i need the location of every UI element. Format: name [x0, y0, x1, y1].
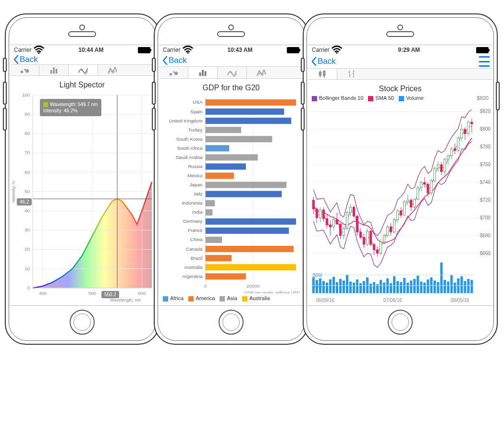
status-bar: Carrier 9:29 AM	[308, 45, 492, 55]
scatter-icon	[168, 67, 179, 78]
svg-text:60: 60	[25, 169, 30, 175]
svg-text:30: 30	[25, 227, 30, 232]
svg-text:South Korea: South Korea	[176, 136, 203, 142]
home-button[interactable]	[388, 310, 413, 335]
svg-rect-229	[346, 275, 348, 293]
svg-text:Italy: Italy	[194, 191, 202, 196]
svg-text:Saudi Arabia: Saudi Arabia	[176, 155, 203, 160]
svg-rect-228	[343, 280, 345, 293]
svg-rect-234	[363, 281, 365, 293]
tab-bar[interactable]	[188, 67, 218, 78]
menu-button[interactable]	[479, 55, 490, 68]
chart-title: Stock Prices	[308, 82, 492, 94]
svg-rect-144	[346, 212, 348, 228]
svg-text:0: 0	[27, 285, 30, 290]
svg-text:$720: $720	[480, 197, 491, 202]
svg-text:$800: $800	[480, 126, 491, 132]
svg-text:$660: $660	[480, 250, 491, 255]
back-button[interactable]: Back	[311, 57, 336, 66]
svg-text:$760: $760	[480, 162, 491, 167]
svg-rect-194	[430, 181, 432, 193]
svg-text:500: 500	[88, 290, 97, 296]
svg-rect-64	[205, 155, 258, 161]
svg-rect-140	[339, 224, 341, 235]
svg-text:07/08/16: 07/08/16	[383, 297, 402, 302]
svg-text:40: 40	[25, 208, 30, 213]
svg-rect-231	[353, 282, 355, 293]
svg-rect-192	[427, 184, 429, 193]
gdp-chart[interactable]: 020000USASpainUnited KingdomTurkeySouth …	[159, 93, 303, 293]
back-button[interactable]: Back	[162, 56, 187, 65]
legend-item: $820	[477, 95, 489, 101]
svg-rect-128	[319, 210, 321, 218]
svg-rect-202	[444, 159, 446, 171]
svg-rect-225	[332, 277, 335, 293]
svg-rect-200	[441, 165, 443, 172]
svg-rect-210	[457, 138, 459, 150]
tab-scatter[interactable]	[159, 67, 188, 78]
svg-rect-255	[433, 280, 436, 293]
status-bar: Carrier 10:43 AM	[159, 45, 303, 55]
clock: 9:29 AM	[398, 47, 420, 53]
tab-bar[interactable]	[39, 65, 69, 75]
svg-rect-158	[369, 231, 371, 244]
chart-type-tabs	[10, 65, 154, 76]
tab-candlestick[interactable]	[308, 69, 337, 79]
svg-text:India: India	[192, 209, 203, 215]
battery-icon	[287, 47, 299, 53]
svg-point-3	[25, 69, 29, 73]
stock-chart[interactable]: $660$680$700$720$740$760$780$800$820$6M$…	[308, 104, 492, 306]
svg-rect-68	[205, 173, 234, 179]
tab-scatter[interactable]	[10, 65, 39, 75]
svg-rect-164	[380, 242, 382, 253]
indicator-icon	[346, 69, 357, 79]
svg-rect-154	[363, 237, 365, 244]
svg-rect-4	[50, 70, 52, 73]
back-button[interactable]: Back	[13, 55, 38, 64]
svg-rect-74	[205, 200, 215, 206]
svg-rect-46	[202, 70, 204, 76]
svg-text:Intensity, %: Intensity, %	[11, 181, 16, 203]
svg-rect-82	[205, 237, 222, 243]
home-button[interactable]	[219, 310, 244, 335]
svg-rect-184	[414, 199, 416, 207]
light-spector-chart[interactable]: 0102030405060708090100400500600Intensity…	[10, 90, 154, 305]
tab-indicator[interactable]	[337, 69, 366, 79]
svg-rect-168	[387, 227, 389, 235]
clock: 10:44 AM	[78, 47, 103, 53]
svg-rect-243	[393, 276, 395, 293]
svg-text:China: China	[190, 237, 203, 242]
svg-rect-60	[205, 136, 272, 142]
back-label: Back	[169, 56, 187, 65]
chart-tooltip: Wavelength: 549.7 nm Intensity: 46.2%	[40, 99, 101, 116]
svg-rect-212	[461, 129, 463, 138]
svg-text:06/09/16: 06/09/16	[316, 297, 335, 302]
svg-rect-150	[356, 216, 358, 232]
tab-spline[interactable]	[218, 67, 247, 78]
svg-rect-70	[205, 182, 286, 188]
bar-icon	[197, 67, 208, 78]
tab-area[interactable]	[247, 67, 276, 78]
svg-rect-86	[205, 255, 232, 261]
tab-area[interactable]	[98, 65, 127, 75]
tab-spline[interactable]	[69, 65, 98, 75]
area-icon	[256, 67, 267, 78]
scatter-icon	[19, 65, 30, 75]
svg-point-0	[38, 52, 39, 54]
svg-rect-178	[404, 202, 406, 215]
chart-title: Light Spector	[10, 78, 154, 90]
svg-rect-256	[437, 282, 439, 293]
svg-text:50: 50	[25, 189, 30, 194]
home-button[interactable]	[70, 310, 95, 335]
svg-rect-72	[205, 191, 282, 197]
svg-text:$680: $680	[480, 232, 491, 238]
legend-item: Asia	[220, 295, 237, 302]
svg-rect-257	[440, 262, 443, 293]
svg-text:Japan: Japan	[190, 182, 203, 187]
svg-text:20: 20	[25, 246, 30, 252]
svg-rect-162	[377, 250, 379, 253]
svg-text:Germany: Germany	[183, 219, 202, 224]
svg-text:Canada: Canada	[186, 246, 203, 252]
candlestick-icon	[317, 69, 328, 79]
svg-rect-226	[336, 282, 338, 293]
